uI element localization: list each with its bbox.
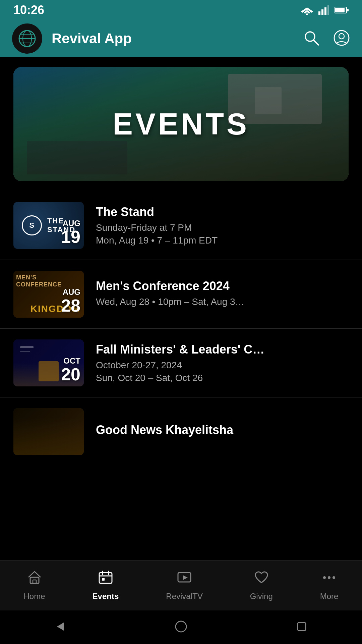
event-item[interactable]: S THESTAND AUG 19 The Stand Sunday-Frida… [0, 191, 362, 260]
svg-point-32 [176, 621, 186, 632]
event-title: Men's Conference 2024 [96, 279, 349, 293]
event-date-badge: AUG 28 [61, 287, 80, 314]
event-info: The Stand Sunday-Friday at 7 PM Mon, Aug… [96, 205, 349, 246]
event-month: OCT [61, 356, 80, 366]
event-subtitle: October 20-27, 2024 [96, 360, 349, 371]
search-icon [303, 30, 320, 46]
nav-item-more[interactable]: More [313, 567, 345, 604]
svg-rect-8 [335, 8, 345, 12]
status-time: 10:26 [13, 3, 44, 17]
event-month: AUG [61, 287, 80, 297]
svg-rect-3 [318, 11, 320, 15]
events-icon [98, 570, 113, 588]
event-thumbnail: MEN'S CONFERENCE KINGDOM AUG 28 [13, 271, 84, 318]
event-item[interactable]: MEN'S CONFERENCE KINGDOM AUG 28 Men's Co… [0, 260, 362, 329]
profile-icon [333, 30, 350, 46]
svg-rect-6 [327, 5, 329, 15]
app-logo [12, 23, 42, 54]
signal-icon [318, 5, 329, 15]
svg-rect-9 [347, 9, 349, 11]
wifi-icon [301, 5, 313, 15]
event-day: 28 [61, 297, 80, 314]
nav-label-home: Home [24, 592, 45, 601]
event-day: 19 [61, 228, 80, 246]
svg-rect-25 [102, 578, 105, 581]
status-bar: 10:26 [0, 0, 362, 20]
event-date-badge: OCT 20 [61, 356, 80, 383]
nav-item-giving[interactable]: Giving [243, 567, 280, 604]
event-thumbnail [13, 408, 84, 455]
nav-item-events[interactable]: Events [86, 567, 126, 604]
svg-marker-27 [183, 575, 188, 580]
svg-rect-4 [321, 9, 323, 15]
event-date-badge: AUG 19 [61, 219, 80, 246]
nav-label-giving: Giving [250, 592, 273, 601]
heart-icon [254, 570, 269, 588]
hero-banner: EVENTS [13, 67, 349, 181]
app-title: Revival App [52, 31, 303, 47]
profile-button[interactable] [333, 30, 350, 48]
event-thumbnail: S THESTAND AUG 19 [13, 202, 84, 249]
nav-label-revivaltv: RevivalTV [166, 592, 202, 601]
svg-rect-21 [99, 573, 112, 583]
recents-button[interactable] [295, 620, 308, 635]
hero-overlay: EVENTS [13, 67, 349, 181]
stand-logo: S [22, 215, 42, 235]
event-title: Fall Ministers' & Leaders' C… [96, 342, 349, 357]
event-subtitle: Wed, Aug 28 • 10pm – Sat, Aug 3… [96, 297, 349, 307]
event-info: Fall Ministers' & Leaders' C… October 20… [96, 342, 349, 383]
svg-point-2 [306, 13, 308, 15]
event-info: Good News Khayelitsha [96, 423, 349, 440]
event-item[interactable]: Good News Khayelitsha [0, 397, 362, 466]
svg-point-18 [339, 34, 344, 39]
tv-icon [177, 570, 192, 588]
nav-item-revivaltv[interactable]: RevivalTV [159, 567, 209, 604]
event-dates: Mon, Aug 19 • 7 – 11pm EDT [96, 235, 349, 246]
svg-point-30 [333, 576, 335, 579]
back-button[interactable] [54, 620, 67, 635]
svg-marker-31 [57, 623, 64, 631]
globe-icon [18, 30, 36, 48]
svg-rect-5 [324, 7, 326, 15]
header-actions [303, 30, 350, 48]
bottom-nav: Home Events RevivalTV G [0, 560, 362, 610]
svg-line-16 [313, 40, 318, 45]
android-nav [0, 610, 362, 644]
svg-rect-33 [298, 623, 306, 631]
svg-point-29 [328, 576, 330, 579]
home-icon [27, 570, 42, 588]
status-icons [301, 5, 349, 15]
event-item[interactable]: OCT 20 Fall Ministers' & Leaders' C… Oct… [0, 329, 362, 397]
events-list: S THESTAND AUG 19 The Stand Sunday-Frida… [0, 181, 362, 466]
event-info: Men's Conference 2024 Wed, Aug 28 • 10pm… [96, 279, 349, 309]
event-day: 20 [61, 366, 80, 383]
event-month: AUG [61, 219, 80, 228]
event-title: The Stand [96, 205, 349, 219]
nav-label-more: More [320, 592, 339, 601]
home-button[interactable] [174, 620, 188, 635]
svg-point-28 [323, 576, 326, 579]
event-thumbnail: OCT 20 [13, 339, 84, 386]
nav-label-events: Events [93, 592, 119, 601]
search-button[interactable] [303, 30, 320, 48]
app-header: Revival App [0, 20, 362, 57]
nav-item-home[interactable]: Home [17, 567, 52, 604]
battery-icon [335, 6, 349, 14]
more-icon [321, 570, 337, 588]
event-dates: Sun, Oct 20 – Sat, Oct 26 [96, 373, 349, 383]
hero-title: EVENTS [113, 107, 249, 142]
event-title: Good News Khayelitsha [96, 423, 349, 437]
event-subtitle: Sunday-Friday at 7 PM [96, 222, 349, 233]
